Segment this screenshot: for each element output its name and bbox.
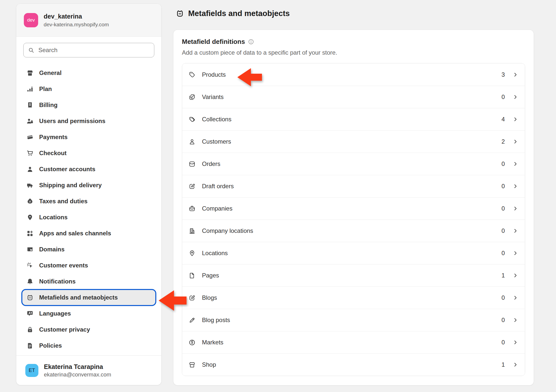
metafield-definitions-list: Products3Variants0Collections4Customers2… — [182, 63, 525, 376]
store-header: dev dev_katerina dev-katerina.myshopify.… — [16, 4, 161, 37]
chevron-right-icon — [512, 94, 518, 100]
sidebar-item-checkout[interactable]: Checkout — [22, 145, 155, 161]
sidebar-item-customer-privacy[interactable]: Customer privacy — [22, 322, 155, 338]
store-avatar-initials: dev — [27, 17, 35, 23]
definition-row-companies[interactable]: Companies0 — [182, 197, 525, 220]
user-avatar-initials: ET — [29, 367, 35, 373]
chevron-right-icon — [512, 183, 518, 189]
sidebar-item-payments[interactable]: Payments — [22, 129, 155, 145]
sidebar-item-label: Locations — [39, 214, 67, 221]
sidebar-item-policies[interactable]: Policies — [22, 338, 155, 354]
sidebar-item-label: Shipping and delivery — [39, 182, 102, 189]
sidebar-item-general[interactable]: General — [22, 65, 155, 81]
definition-count: 0 — [497, 93, 505, 101]
definition-row-label: Blog posts — [202, 317, 230, 324]
sidebar-item-label: Plan — [39, 85, 52, 92]
definition-row-pages[interactable]: Pages1 — [182, 264, 525, 286]
lock-icon — [26, 326, 34, 333]
sidebar-item-domains[interactable]: Domains — [22, 241, 155, 257]
sidebar-item-label: Customer events — [39, 262, 88, 269]
sidebar-item-locations[interactable]: Locations — [22, 209, 155, 225]
sidebar-item-label: Policies — [39, 342, 62, 349]
definition-row-label: Collections — [202, 116, 231, 123]
briefcase-icon — [189, 205, 195, 212]
sidebar-item-label: Customer privacy — [39, 326, 90, 333]
card-subheading: Add a custom piece of data to a specific… — [182, 49, 525, 56]
sidebar-item-label: Checkout — [39, 150, 66, 157]
chevron-right-icon — [512, 116, 518, 122]
sidebar-item-taxes-and-duties[interactable]: Taxes and duties — [22, 193, 155, 209]
definition-count: 0 — [497, 227, 505, 234]
chevron-right-icon — [512, 161, 518, 167]
sidebar-item-notifications[interactable]: Notifications — [22, 273, 155, 289]
truck-icon — [26, 182, 34, 189]
metafields-icon — [26, 294, 34, 301]
sidebar-search[interactable] — [23, 43, 154, 57]
chevron-right-icon — [512, 295, 518, 301]
definition-row-collections[interactable]: Collections4 — [182, 108, 525, 130]
definition-row-blog-posts[interactable]: Blog posts0 — [182, 309, 525, 331]
user-footer: ET Ekaterina Tcarapina ekaterina@converm… — [16, 355, 161, 385]
definition-row-variants[interactable]: Variants0 — [182, 86, 525, 108]
metafield-definitions-card: Metafield definitions Add a custom piece… — [173, 30, 534, 385]
definition-row-label: Draft orders — [202, 183, 234, 190]
definition-row-blogs[interactable]: Blogs0 — [182, 286, 525, 309]
sidebar-item-metafields-and-metaobjects[interactable]: Metafields and metaobjects — [22, 290, 155, 305]
sidebar-item-users-and-permissions[interactable]: Users and permissions — [22, 113, 155, 129]
definition-row-markets[interactable]: Markets0 — [182, 331, 525, 353]
store-avatar: dev — [24, 13, 38, 27]
definition-row-label: Companies — [202, 205, 232, 212]
policies-icon — [26, 342, 34, 349]
definition-row-company-locations[interactable]: Company locations0 — [182, 220, 525, 242]
person-icon — [26, 166, 34, 173]
collections-icon — [189, 116, 195, 123]
search-input[interactable] — [38, 46, 150, 54]
sidebar-item-shipping-and-delivery[interactable]: Shipping and delivery — [22, 177, 155, 193]
tag-icon — [189, 71, 195, 78]
definition-row-draft-orders[interactable]: Draft orders0 — [182, 175, 525, 197]
sidebar-item-billing[interactable]: Billing — [22, 97, 155, 113]
definition-row-label: Variants — [202, 93, 224, 101]
chevron-right-icon — [512, 362, 518, 368]
settings-sidebar: dev dev_katerina dev-katerina.myshopify.… — [16, 4, 162, 385]
definition-row-products[interactable]: Products3 — [182, 63, 525, 86]
taxes-icon — [26, 198, 34, 205]
definition-row-orders[interactable]: Orders0 — [182, 153, 525, 175]
definition-count: 0 — [497, 317, 505, 324]
sidebar-item-plan[interactable]: Plan — [22, 81, 155, 97]
annotation-arrow-metafields-nav — [158, 286, 188, 315]
bell-icon — [26, 278, 34, 285]
definition-count: 4 — [497, 116, 505, 123]
page-title: Metafields and metaobjects — [176, 9, 290, 18]
billing-icon — [26, 102, 34, 109]
info-icon[interactable] — [248, 39, 254, 45]
pencil-icon — [189, 317, 195, 324]
sidebar-item-label: Notifications — [39, 278, 76, 285]
settings-nav: GeneralPlanBillingUsers and permissionsP… — [16, 65, 161, 354]
definition-row-customers[interactable]: Customers2 — [182, 130, 525, 153]
definition-row-shop[interactable]: Shop1 — [182, 353, 525, 376]
definition-row-label: Locations — [202, 250, 228, 257]
sidebar-item-customer-accounts[interactable]: Customer accounts — [22, 161, 155, 177]
chevron-right-icon — [512, 250, 518, 256]
variant-icon — [189, 94, 195, 101]
person-outline-icon — [189, 138, 195, 145]
definition-count: 0 — [497, 183, 505, 190]
sidebar-item-label: General — [39, 69, 61, 76]
sidebar-item-languages[interactable]: Languages — [22, 306, 155, 322]
pin-filled-icon — [26, 214, 34, 221]
sidebar-item-customer-events[interactable]: Customer events — [22, 257, 155, 273]
chevron-right-icon — [512, 206, 518, 212]
draft-order-icon — [189, 183, 195, 190]
sidebar-item-apps-and-sales-channels[interactable]: Apps and sales channels — [22, 225, 155, 241]
definition-row-locations[interactable]: Locations0 — [182, 242, 525, 264]
definition-count: 1 — [497, 272, 505, 279]
blog-icon — [189, 295, 195, 301]
definition-row-label: Pages — [202, 272, 219, 279]
globe-dollar-icon — [189, 339, 195, 346]
annotation-arrow-products — [237, 67, 263, 88]
sidebar-item-label: Payments — [39, 134, 67, 141]
definition-count: 0 — [497, 205, 505, 212]
definition-row-label: Company locations — [202, 227, 253, 234]
definition-row-label: Shop — [202, 361, 216, 368]
